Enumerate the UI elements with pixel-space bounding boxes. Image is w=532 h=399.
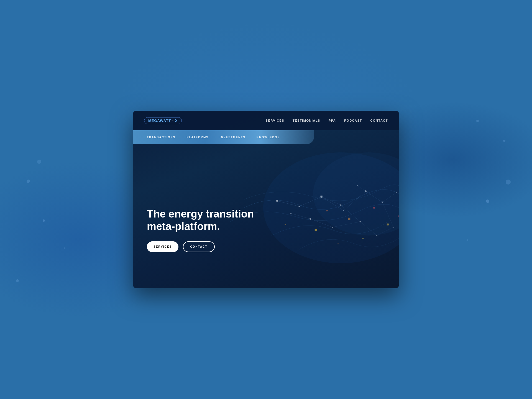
hero-content: The energy transition meta-platform. SER…: [147, 208, 254, 252]
contact-button[interactable]: CONTACT: [183, 241, 214, 252]
nav-link-testimonials[interactable]: TESTIMONIALS: [293, 119, 320, 122]
subnav-platforms[interactable]: PLATFORMS: [186, 136, 208, 139]
subnav-knowledge[interactable]: KNOWLEDGE: [257, 136, 280, 139]
logo-dash: -: [171, 119, 175, 123]
logo-x: X: [175, 119, 178, 123]
logo[interactable]: MEGAWATT - X: [144, 117, 182, 124]
cta-buttons: SERVICES CONTACT: [147, 241, 254, 252]
nav-link-services[interactable]: SERVICES: [266, 119, 284, 122]
nav-link-contact[interactable]: CONTACT: [370, 119, 388, 122]
nav-link-podcast[interactable]: PODCAST: [344, 119, 362, 122]
browser-window: MEGAWATT - X SERVICES TESTIMONIALS PPA P…: [133, 111, 399, 288]
hero-title-line2: meta-platform.: [147, 221, 220, 232]
nav-links: SERVICES TESTIMONIALS PPA PODCAST CONTAC…: [266, 119, 388, 122]
navbar: MEGAWATT - X SERVICES TESTIMONIALS PPA P…: [133, 111, 399, 130]
services-button[interactable]: SERVICES: [147, 241, 178, 252]
hero-title: The energy transition meta-platform.: [147, 208, 254, 233]
logo-text: MEGAWATT: [148, 119, 171, 123]
hero-title-line1: The energy transition: [147, 208, 254, 220]
subnav-transactions[interactable]: TRANSACTIONS: [147, 136, 175, 139]
subnav-bar: TRANSACTIONS PLATFORMS INVESTMENTS KNOWL…: [133, 130, 314, 144]
nav-link-ppa[interactable]: PPA: [329, 119, 336, 122]
subnav-investments[interactable]: INVESTMENTS: [220, 136, 245, 139]
